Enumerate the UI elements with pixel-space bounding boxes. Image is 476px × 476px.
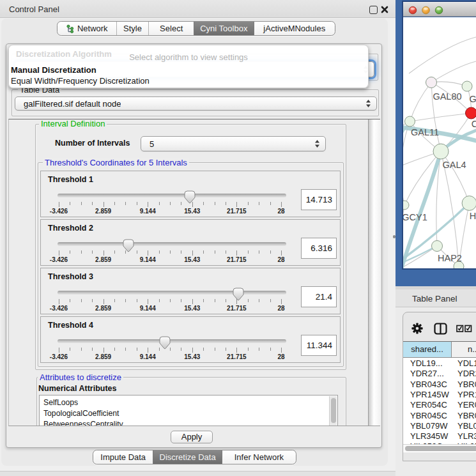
network-canvas[interactable]: GAL80GACGAL11GAL4GCY1HHAP2	[403, 17, 476, 268]
table-row[interactable]: YBR045CYBR045C	[403, 410, 476, 420]
slider-track[interactable]	[58, 339, 286, 343]
table-hscrollbar-thumb[interactable]	[405, 446, 476, 451]
dropdown-option[interactable]: Manual Discretization	[9, 65, 368, 75]
numerical-attributes-list[interactable]: SelfLoopsTopologicalCoefficientBetweenne…	[39, 395, 338, 426]
attribute-list-item[interactable]: BetweennessCentrality	[40, 419, 337, 426]
tab-style[interactable]: Style	[116, 22, 149, 35]
window-minimize-button[interactable]	[422, 6, 430, 14]
tab-label: jActiveMNodules	[263, 24, 325, 33]
slider-tick	[192, 348, 193, 353]
threshold-value-field[interactable]: 6.316	[301, 238, 337, 259]
threshold-label: Threshold 1	[48, 175, 93, 184]
network-edge[interactable]	[431, 61, 476, 82]
slider-tick-label: 9.144	[133, 353, 162, 360]
form-scrollbar[interactable]	[368, 119, 380, 426]
close-icon[interactable]	[380, 5, 389, 14]
tab-select[interactable]: Select	[148, 22, 194, 35]
mode-tab-infer-network[interactable]: Infer Network	[222, 450, 296, 464]
attribute-list-item[interactable]: SelfLoops	[40, 397, 337, 408]
list-scrollbar-thumb[interactable]	[331, 398, 336, 423]
slider-thumb[interactable]	[159, 336, 171, 350]
network-node[interactable]	[405, 116, 415, 127]
table-row[interactable]: YER054CYER054C	[403, 399, 476, 410]
slider-tick	[203, 348, 204, 351]
window-zoom-button[interactable]	[435, 6, 443, 14]
slider-tick-label: 2.859	[89, 305, 118, 312]
slider-track[interactable]	[58, 291, 286, 295]
table-row[interactable]: YPR145WYPR145W	[403, 389, 476, 399]
attribute-items: SelfLoopsTopologicalCoefficientBetweenne…	[40, 395, 337, 426]
table-row[interactable]: YDR27...YDR27	[403, 368, 476, 378]
tab-cyni-toolbox[interactable]: Cyni Toolbox	[194, 22, 254, 35]
network-edge[interactable]	[410, 113, 472, 121]
slider-tick	[59, 202, 59, 207]
tab-label: Select	[160, 24, 183, 33]
column-header-name[interactable]: n...	[452, 342, 476, 357]
column-header-shared-name[interactable]: shared...	[403, 342, 452, 357]
window-close-button[interactable]	[409, 6, 417, 14]
slider-tick-label: 15.43	[178, 208, 207, 215]
attribute-list-item[interactable]: TopologicalCoefficient	[40, 408, 337, 419]
mode-tab-discretize-data[interactable]: Discretize Data	[153, 450, 221, 464]
slider-track[interactable]	[58, 242, 286, 246]
threshold-value-field[interactable]: 11.344	[301, 335, 337, 356]
select-all-checkbox-icon[interactable]	[464, 325, 472, 332]
network-edge[interactable]	[409, 266, 459, 268]
slider-tick	[281, 202, 282, 207]
threshold-value-field[interactable]: 14.713	[301, 189, 337, 210]
slider-tick	[248, 202, 249, 205]
table-data-select[interactable]: galFiltered.sif default node	[15, 96, 377, 111]
slider-tick	[137, 299, 137, 302]
table-row[interactable]: YBR043CYBR043C	[403, 379, 476, 389]
threshold-box-2: Threshold 2-3.4262.8599.14415.4321.71528…	[40, 219, 341, 266]
cell-name: YDR27	[457, 369, 476, 378]
slider-tick	[226, 348, 226, 351]
split-columns-icon[interactable]	[434, 323, 447, 335]
table-row[interactable]: YBL079WYBL079W	[403, 420, 476, 431]
control-panel-title: Control Panel	[9, 4, 59, 14]
threshold-label: Threshold 2	[48, 224, 93, 233]
network-edge[interactable]	[409, 37, 476, 73]
cell-name: YBL079W	[457, 421, 476, 431]
tab-label: Impute Data	[100, 452, 146, 462]
threshold-value-field[interactable]: 21.4	[301, 286, 337, 307]
table-row[interactable]: YDL19...YDL19	[403, 358, 476, 368]
slider-thumb[interactable]	[123, 239, 134, 253]
network-node[interactable]	[403, 201, 409, 210]
tab-network[interactable]: Network	[58, 22, 116, 35]
dropdown-option[interactable]: Equal Width/Frequency Discretization	[9, 76, 368, 86]
table-row[interactable]: YLR345WYLR345W	[403, 431, 476, 441]
network-node[interactable]	[462, 196, 476, 211]
network-node[interactable]	[426, 77, 437, 88]
network-node[interactable]	[433, 144, 449, 159]
node-attribute-table: shared... n... YDL19...YDL19YDR27...YDR2…	[403, 341, 476, 452]
number-of-intervals-select[interactable]: 5	[141, 136, 326, 151]
slider-thumb[interactable]	[184, 190, 196, 204]
network-edge[interactable]	[410, 82, 432, 121]
slider-tick-label: -3.426	[44, 256, 73, 263]
slider-tick-label: 28	[266, 208, 296, 215]
float-window-icon[interactable]	[369, 6, 378, 14]
table-hscrollbar[interactable]	[403, 444, 476, 452]
slider-thumb[interactable]	[233, 288, 244, 302]
network-node-label: GA	[470, 94, 476, 104]
combo-arrows-icon	[314, 139, 320, 148]
slider-tick	[137, 202, 137, 205]
slider-tick	[148, 299, 148, 304]
apply-button[interactable]: Apply	[171, 431, 213, 443]
network-edge[interactable]	[404, 151, 441, 205]
list-scrollbar[interactable]	[329, 396, 337, 426]
table-settings-gear-icon[interactable]	[411, 323, 423, 334]
network-node[interactable]	[466, 107, 476, 119]
select-all-checkbox-icon[interactable]	[456, 325, 464, 332]
slider-tick-label: -3.426	[44, 305, 73, 312]
network-node[interactable]	[462, 81, 472, 91]
slider-tick	[192, 250, 193, 256]
table-header: shared... n...	[403, 341, 476, 358]
slider-tick	[92, 250, 93, 254]
tab-jactivemnodules[interactable]: jActiveMNodules	[254, 22, 335, 35]
slider-track[interactable]	[58, 194, 286, 197]
network-window-titlebar[interactable]	[403, 2, 476, 17]
mode-tab-impute-data[interactable]: Impute Data	[93, 450, 153, 464]
network-node[interactable]	[432, 241, 443, 252]
